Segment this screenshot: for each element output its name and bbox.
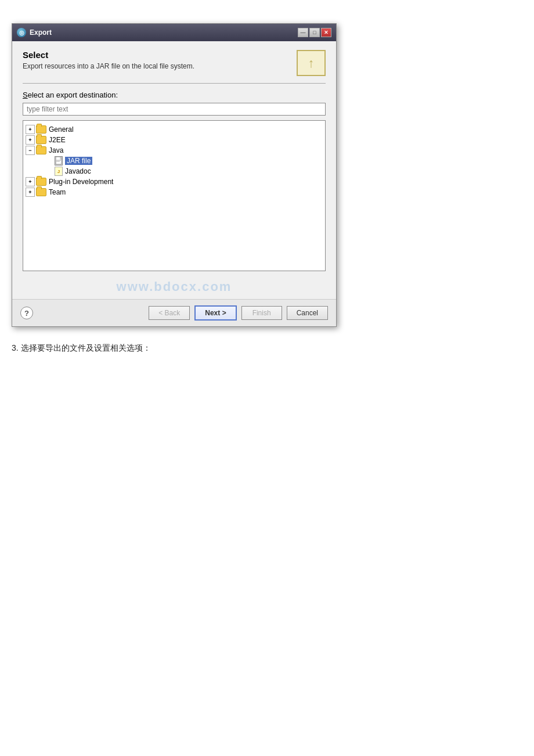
tree-label-team: Team <box>49 188 66 196</box>
export-arrow-icon: ↑ <box>308 56 315 71</box>
label-underline-s: S <box>23 91 28 99</box>
expand-team[interactable]: + <box>26 188 35 197</box>
tree-item-java[interactable]: − Java <box>26 145 323 156</box>
tree-spacer-javadoc <box>44 167 53 176</box>
window-controls: — □ ✕ <box>298 28 331 37</box>
tree-label-jar: JAR file <box>65 157 92 165</box>
folder-icon-general <box>36 125 46 134</box>
tree-item-javadoc[interactable]: J Javadoc <box>26 166 323 177</box>
tree-item-team[interactable]: + Team <box>26 187 323 197</box>
label-rest: elect an export destination: <box>28 91 118 99</box>
folder-icon-java <box>36 146 46 154</box>
section-desc: Export resources into a JAR file on the … <box>23 62 194 70</box>
export-dest-label: Select an export destination: <box>23 91 118 99</box>
tree-item-plugin[interactable]: + Plug-in Development <box>26 177 323 187</box>
header-text: Select Export resources into a JAR file … <box>23 50 194 76</box>
expand-java[interactable]: − <box>26 146 35 155</box>
javadoc-file-icon: J <box>55 167 63 176</box>
tree-label-j2ee: J2EE <box>49 136 66 144</box>
below-text: 3. 选择要导出的文件及设置相关选项： <box>12 343 151 354</box>
filter-input[interactable] <box>23 103 326 116</box>
label-row: Select an export destination: <box>23 91 326 99</box>
section-title: Select <box>23 50 194 60</box>
export-icon: ↑ <box>297 50 326 76</box>
folder-icon-j2ee <box>36 136 46 144</box>
tree-item-j2ee[interactable]: + J2EE <box>26 135 323 145</box>
expand-general[interactable]: + <box>26 125 35 134</box>
tree-label-java: Java <box>49 146 63 154</box>
cancel-button[interactable]: Cancel <box>287 306 328 320</box>
close-button[interactable]: ✕ <box>321 28 331 37</box>
finish-button[interactable]: Finish <box>241 306 282 320</box>
expand-plugin[interactable]: + <box>26 177 35 186</box>
next-button[interactable]: Next > <box>194 305 236 321</box>
tree-label-plugin: Plug-in Development <box>49 178 113 186</box>
expand-j2ee[interactable]: + <box>26 135 35 145</box>
tree-item-jar[interactable]: JAR file <box>26 156 323 166</box>
dialog-icon: ◎ <box>17 28 26 37</box>
export-dialog: ◎ Export — □ ✕ Select Export resources i… <box>12 23 337 327</box>
watermark: www.bdocx.com <box>23 277 326 299</box>
minimize-button[interactable]: — <box>298 28 308 37</box>
title-bar: ◎ Export — □ ✕ <box>12 24 336 41</box>
tree-label-general: General <box>49 125 74 134</box>
header-row: Select Export resources into a JAR file … <box>23 50 326 76</box>
help-button[interactable]: ? <box>20 307 33 319</box>
tree-label-javadoc: Javadoc <box>65 167 91 175</box>
separator <box>23 83 326 84</box>
folder-icon-team <box>36 188 46 196</box>
jar-file-icon <box>55 156 63 165</box>
folder-icon-plugin <box>36 178 46 186</box>
dialog-content: Select Export resources into a JAR file … <box>12 41 336 299</box>
page-wrapper: ◎ Export — □ ✕ Select Export resources i… <box>12 23 522 354</box>
back-button[interactable]: < Back <box>149 306 190 320</box>
tree-spacer-jar <box>44 156 53 165</box>
dialog-footer: ? < Back Next > Finish Cancel <box>12 299 336 326</box>
tree-panel[interactable]: + General + J2EE − Java <box>23 120 326 271</box>
restore-button[interactable]: □ <box>309 28 320 37</box>
tree-item-general[interactable]: + General <box>26 124 323 135</box>
dialog-title: Export <box>30 28 294 37</box>
